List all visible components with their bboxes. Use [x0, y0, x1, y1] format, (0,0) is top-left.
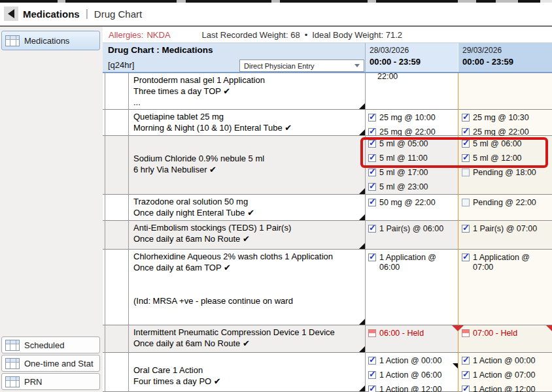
dose-checkbox-checked[interactable]: ✓ [462, 357, 470, 365]
drug-name-line: (Ind: MRSA +ve - please continue on ward [133, 295, 358, 306]
held-corner-marker [458, 325, 464, 331]
dose-checkbox-checked[interactable]: ✓ [368, 371, 376, 379]
main-panel: Allergies: NKDA Last Recorded Weight: 68… [103, 27, 552, 392]
dose-label: 1 Action @ 07:00 [473, 370, 535, 380]
dose-entry: 22:00 [368, 74, 458, 89]
dose-label: 1 Pair(s) @ 07:00 [473, 224, 537, 234]
drug-row: Prontoderm nasal gel 1 ApplicationThree … [103, 73, 552, 110]
drug-name-cell[interactable]: Intermittent Pneumatic Compression Devic… [128, 325, 365, 352]
sidebar-item-label: One-time and Stat [24, 359, 94, 368]
drug-table: Prontoderm nasal gel 1 ApplicationThree … [103, 73, 552, 392]
dose-checkbox-checked[interactable]: ✓ [368, 199, 376, 206]
dose-entry: ✓1 Action @ 00:00 [462, 354, 552, 368]
dose-entry: ✓5 ml @ 17:00 [368, 166, 458, 180]
drug-name-cell[interactable]: Quetiapine tablet 25 mgMorning & Night (… [128, 110, 365, 135]
date-column-header-28-03: 28/03/2026 00:00 - 23:59 [365, 43, 458, 72]
drug-row: Quetiapine tablet 25 mgMorning & Night (… [103, 110, 552, 136]
drug-name-cell[interactable]: Trazodone oral solution 50 mgOnce daily … [128, 195, 365, 220]
dose-label: 5 ml @ 05:00 [379, 139, 428, 149]
dose-checkbox-checked[interactable]: ✓ [368, 169, 376, 176]
check-icon: ✓ [462, 369, 470, 379]
entry-mode-dropdown[interactable]: Direct Physician Entry [239, 59, 364, 72]
dose-checkbox-checked[interactable]: ✓ [368, 183, 376, 191]
dose-cell-29-03: ✓5 ml @ 06:00✓5 ml @ 12:00Pending @ 18:0… [458, 136, 552, 194]
dose-checkbox-checked[interactable]: ✓ [368, 253, 376, 261]
dose-checkbox-checked[interactable]: ✓ [368, 140, 376, 148]
dose-checkbox-checked[interactable]: ✓ [462, 114, 470, 122]
column-date: 29/03/2026 [462, 46, 552, 55]
dose-checkbox-checked[interactable]: ✓ [462, 225, 470, 233]
last-recorded-weight: Last Recorded Weight: 68 [202, 30, 300, 40]
table-icon [5, 358, 20, 369]
dose-checkbox-checked[interactable]: ✓ [368, 154, 376, 162]
dose-checkbox-checked[interactable]: ✓ [368, 128, 376, 136]
cell-corner-handle [359, 319, 365, 325]
sidebar-item-prn[interactable]: PRN [1, 373, 100, 390]
check-icon: ✓ [462, 223, 470, 233]
dose-label: 1 Application @ 06:00 [379, 253, 455, 272]
dose-cell-28-03: ✓1 Pair(s) @ 06:00 [365, 221, 458, 249]
drug-name-cell[interactable]: Prontoderm nasal gel 1 ApplicationThree … [128, 73, 365, 109]
dose-entry: ✓1 Action @ 07:00 [462, 368, 552, 383]
dose-cell-29-03: ✓1 Pair(s) @ 07:00 [458, 221, 552, 249]
page-subtitle: Drug Chart [94, 8, 142, 20]
cell-corner-handle [359, 385, 365, 391]
check-icon: ✓ [462, 112, 470, 122]
drug-name-line: Once daily night Enteral Tube ✔ [133, 207, 358, 218]
column-time-range: 00:00 - 23:59 [370, 57, 458, 67]
dose-label: 50 mg @ 22:00 [379, 198, 436, 208]
drug-name-cell[interactable]: Sodium Chloride 0.9% nebule 5 ml6 hrly V… [128, 136, 365, 194]
drug-name-line: Oral Care 1 Action [133, 365, 358, 376]
held-flag-icon[interactable] [368, 329, 376, 337]
dose-cell-29-03: ✓1 Action @ 00:00✓1 Action @ 07:00✓1 Act… [458, 353, 552, 391]
check-icon: ✓ [369, 167, 376, 176]
drug-name-cell[interactable]: Oral Care 1 ActionFour times a day PO ✔ [128, 353, 365, 391]
dose-label: 25 mg @ 10:30 [473, 113, 529, 123]
dose-cell-29-03: ✓1 Application @ 07:00 [458, 250, 552, 325]
dose-checkbox-checked[interactable]: ✓ [368, 114, 376, 122]
dose-entry: ✓1 Action @ 12:00 [368, 383, 458, 392]
dose-label: 1 Application @ 07:00 [473, 253, 549, 272]
drug-name-line: Chlorhexidine Aqueous 2% wash cloths 1 A… [133, 251, 358, 262]
grid-line [128, 73, 129, 392]
row-gutter-cell [105, 250, 128, 325]
sidebar-item-one-time-and-stat[interactable]: One-time and Stat [1, 355, 100, 372]
drug-name-cell[interactable]: Anti-Embolism stockings (TEDS) 1 Pair(s)… [128, 221, 365, 249]
dose-entry: 07:00 - Held [462, 327, 552, 341]
dose-checkbox-checked[interactable]: ✓ [368, 225, 376, 233]
back-button[interactable] [4, 7, 18, 21]
drug-name-line: Sodium Chloride 0.9% nebule 5 ml [133, 153, 358, 164]
check-icon: ✓ [462, 355, 470, 365]
dose-checkbox-checked[interactable]: ✓ [462, 385, 470, 392]
dose-checkbox-checked[interactable]: ✓ [462, 140, 470, 148]
check-icon: ✓ [369, 369, 376, 379]
dose-cell-29-03: 07:00 - Held [458, 325, 552, 352]
row-gutter-cell [105, 136, 128, 194]
cell-corner-handle [359, 243, 365, 249]
top-bar: Medications | Drug Chart [0, 3, 552, 25]
dose-checkbox-checked[interactable]: ✓ [462, 371, 470, 379]
sidebar-item-label: Medications [24, 36, 69, 46]
row-gutter-cell [105, 221, 128, 249]
dose-checkbox-unchecked[interactable] [462, 199, 470, 206]
chart-title: Drug Chart : Medications [108, 45, 213, 55]
drug-name-line: Three times a day TOP ✔ [133, 86, 358, 97]
dose-label: 1 Pair(s) @ 06:00 [379, 224, 443, 234]
dose-checkbox-checked[interactable]: ✓ [368, 357, 376, 365]
dose-checkbox-unchecked[interactable] [462, 169, 470, 176]
dose-checkbox-checked[interactable]: ✓ [462, 154, 470, 162]
dose-checkbox-checked[interactable]: ✓ [462, 128, 470, 136]
dose-checkbox-checked[interactable]: ✓ [368, 385, 376, 392]
dose-label: 25 mg @ 10:00 [379, 113, 436, 123]
sidebar-item-medications[interactable]: Medications [1, 31, 100, 50]
row-gutter-cell [105, 195, 128, 220]
drug-name-cell[interactable]: Chlorhexidine Aqueous 2% wash cloths 1 A… [128, 250, 365, 325]
dose-cell-28-03: ✓1 Action @ 00:00✓1 Action @ 06:00✓1 Act… [365, 353, 458, 391]
row-gutter-cell [105, 110, 128, 135]
drug-name-line: Intermittent Pneumatic Compression Devic… [133, 327, 358, 338]
check-icon: ✓ [462, 126, 470, 136]
dose-checkbox-checked[interactable]: ✓ [462, 253, 470, 261]
cell-corner-handle [359, 129, 365, 135]
sidebar-item-scheduled[interactable]: Scheduled [1, 336, 100, 353]
chart-frequency: [q24hr] [108, 60, 134, 70]
